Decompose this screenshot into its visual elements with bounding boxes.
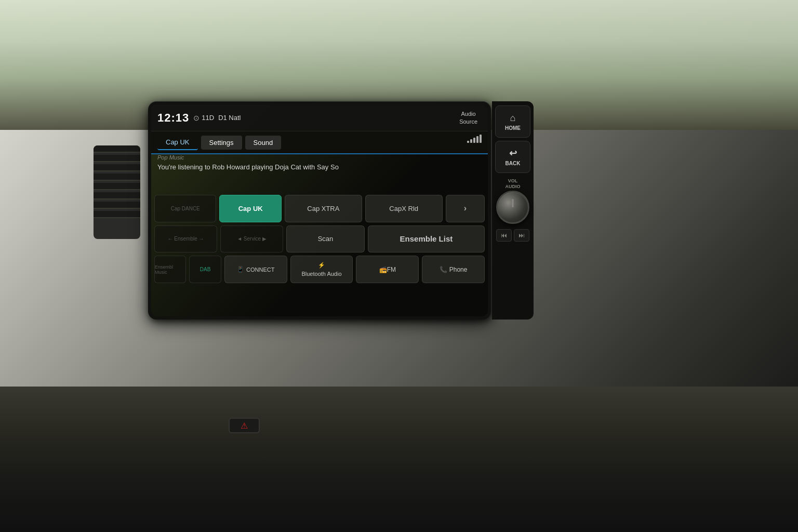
service-btn[interactable]: ◄ Service ▶ [220, 225, 283, 253]
home-button[interactable]: ⌂ HOME [495, 105, 530, 138]
media-controls: ⏮ ⏭ [496, 229, 529, 242]
back-icon: ↩ [509, 148, 517, 159]
vol-section: VOLAUDIO [496, 178, 529, 224]
back-label: BACK [506, 161, 521, 166]
phone-btn[interactable]: 📞 Phone [422, 256, 485, 283]
bar-5 [480, 135, 482, 143]
hazard-button[interactable]: ⚠ [229, 418, 260, 433]
status-bar: 12:13 ⊙ 11D D1 Natl AudioSource [151, 104, 488, 131]
audio-source-label: AudioSource [459, 110, 477, 125]
scan-btn[interactable]: Scan [286, 225, 365, 253]
back-button[interactable]: ↩ BACK [495, 141, 530, 173]
tab-cap-uk[interactable]: Cap UK [157, 135, 198, 150]
hazard-icon: ⚠ [241, 421, 248, 431]
vol-audio-label: VOLAUDIO [496, 178, 529, 190]
next-icon: ⏭ [518, 232, 525, 239]
fm-btn[interactable]: 📻 FM [356, 256, 419, 283]
vol-indicator [512, 199, 514, 207]
home-label: HOME [505, 125, 521, 131]
fm-label: FM [387, 266, 396, 273]
tab-bar: Cap UK Settings Sound [151, 131, 488, 154]
infotainment-unit: 12:13 ⊙ 11D D1 Natl AudioSource Cap UK S… [148, 101, 522, 325]
signal-strength [467, 135, 482, 143]
station-name: D1 Natl [218, 114, 241, 122]
touchscreen[interactable]: 12:13 ⊙ 11D D1 Natl AudioSource Cap UK S… [151, 104, 488, 316]
prev-track-button[interactable]: ⏮ [496, 229, 512, 242]
screen-bezel: 12:13 ⊙ 11D D1 Natl AudioSource Cap UK S… [148, 101, 491, 320]
next-track-button[interactable]: ⏭ [514, 229, 529, 242]
dashboard-bottom [0, 387, 798, 532]
station-grid: Cap DANCE Cap UK Cap XTRA CapX Rld › ← E… [151, 192, 488, 286]
phone-icon: 📱 [237, 266, 244, 273]
ensemble-list-btn[interactable]: Ensemble List [368, 225, 485, 253]
station-number: 11D [202, 114, 214, 122]
left-vent [94, 145, 140, 239]
bar-3 [473, 138, 475, 143]
cap-uk-btn-active[interactable]: Cap UK [219, 195, 281, 222]
next-arrow-btn[interactable]: › [446, 195, 485, 222]
phone-call-icon: 📞 [440, 266, 447, 273]
bluetooth-btn[interactable]: ⚡ Bluetooth Audio [290, 256, 353, 283]
home-icon: ⌂ [510, 113, 516, 124]
tab-settings[interactable]: Settings [201, 136, 242, 150]
signal-icon: ⊙ [193, 114, 200, 122]
now-playing-text: You're listening to Rob Howard playing D… [157, 163, 482, 172]
ensemble-btn[interactable]: ← Ensemble → [154, 225, 217, 253]
bluetooth-label: Bluetooth Audio [301, 271, 341, 277]
ensembl-music-btn[interactable]: Ensembl Music [154, 256, 186, 283]
bar-4 [476, 136, 478, 143]
grid-row-1: Cap DANCE Cap UK Cap XTRA CapX Rld › [154, 195, 485, 222]
genre-label: Pop Music [157, 154, 482, 161]
fm-icon: 📻 [379, 266, 387, 273]
bar-1 [467, 141, 469, 143]
grid-row-3: Ensembl Music DAB 📱 CONNECT ⚡ Bluetooth … [154, 256, 485, 283]
connect-label: CONNECT [246, 267, 274, 273]
connect-btn[interactable]: 📱 CONNECT [224, 256, 287, 283]
prev-icon: ⏮ [501, 232, 507, 239]
bar-2 [470, 139, 472, 143]
capx-rld-btn[interactable]: CapX Rld [365, 195, 443, 222]
dab-btn[interactable]: DAB [189, 256, 221, 283]
cap-xtra-btn[interactable]: Cap XTRA [285, 195, 362, 222]
control-panel: ⌂ HOME ↩ BACK VOLAUDIO ⏮ ⏭ [492, 101, 534, 320]
grid-row-2: ← Ensemble → ◄ Service ▶ Scan Ensemble L… [154, 225, 485, 253]
now-playing-section: Pop Music You're listening to Rob Howard… [157, 154, 482, 172]
phone-label: Phone [449, 266, 468, 273]
bluetooth-icon: ⚡ [318, 262, 325, 269]
clock-display: 12:13 [157, 111, 189, 125]
volume-knob[interactable] [496, 191, 529, 224]
tab-sound[interactable]: Sound [245, 136, 282, 150]
cap-dance-btn[interactable]: Cap DANCE [154, 195, 216, 222]
